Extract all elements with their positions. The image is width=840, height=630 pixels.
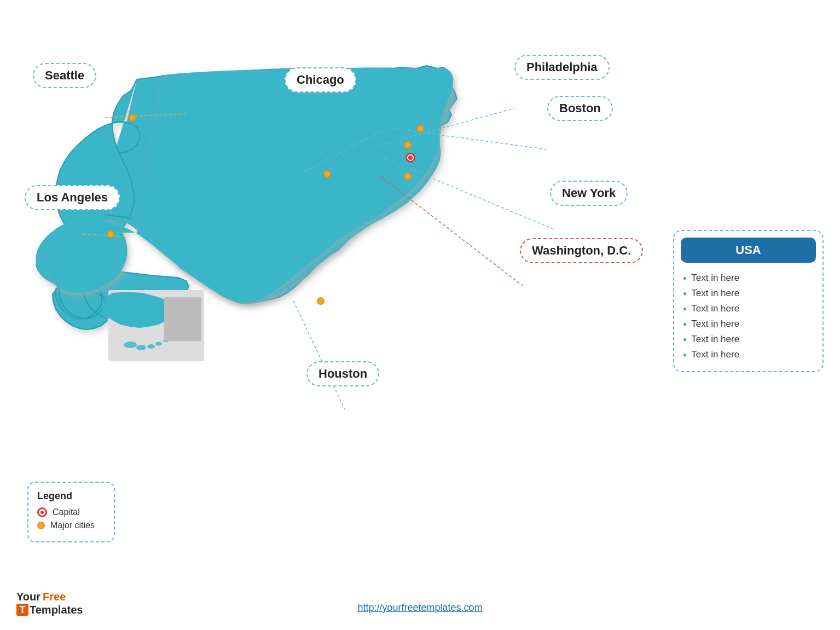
info-box: USA Text in here Text in here Text in he… bbox=[673, 230, 824, 372]
newyork-dot bbox=[405, 153, 415, 163]
info-item-4: Text in here bbox=[683, 316, 814, 332]
info-item-5: Text in here bbox=[683, 332, 814, 347]
svg-point-2 bbox=[136, 345, 146, 350]
legend-cities-label: Major cities bbox=[50, 521, 95, 530]
info-item-3: Text in here bbox=[683, 301, 814, 316]
legend-capital-icon bbox=[37, 507, 47, 517]
philadelphia-label: Philadelphia bbox=[514, 55, 610, 80]
seattle-dot bbox=[129, 114, 136, 122]
footer-link[interactable]: http://yourfreetemplates.com bbox=[357, 602, 482, 614]
new-york-label: New York bbox=[550, 181, 628, 206]
houston-dot bbox=[317, 297, 325, 305]
boston-label: Boston bbox=[547, 96, 613, 121]
washington-dot bbox=[404, 172, 412, 180]
chicago-dot bbox=[323, 170, 331, 178]
alaska-inset bbox=[101, 290, 204, 361]
logo-your: Your bbox=[16, 590, 40, 603]
washington-label: Washington, D.C. bbox=[520, 238, 643, 263]
philadelphia-dot bbox=[404, 141, 412, 149]
info-item-2: Text in here bbox=[683, 286, 814, 301]
legend-capital-label: Capital bbox=[53, 507, 80, 517]
chicago-label: Chicago bbox=[285, 67, 356, 93]
logo-templates: Templates bbox=[30, 603, 83, 616]
logo: Your Free T Templates bbox=[16, 590, 83, 616]
svg-rect-6 bbox=[164, 297, 201, 341]
logo-t-icon: T bbox=[16, 604, 28, 616]
los-angeles-label: Los Angeles bbox=[25, 185, 120, 210]
info-box-title: USA bbox=[681, 238, 816, 263]
svg-point-1 bbox=[124, 342, 137, 348]
map-container bbox=[27, 33, 520, 389]
legend-city-icon bbox=[37, 522, 45, 529]
houston-label: Houston bbox=[306, 361, 379, 386]
legend-cities-item: Major cities bbox=[37, 521, 103, 530]
logo-free: Free bbox=[43, 590, 66, 603]
svg-point-4 bbox=[155, 342, 162, 346]
seattle-label: Seattle bbox=[33, 63, 96, 88]
svg-point-3 bbox=[147, 344, 155, 349]
legend-title: Legend bbox=[37, 490, 103, 502]
losangeles-dot bbox=[107, 230, 114, 238]
boston-dot bbox=[416, 125, 424, 132]
info-box-list: Text in here Text in here Text in here T… bbox=[674, 268, 822, 371]
legend-box: Legend Capital Major cities bbox=[27, 482, 115, 542]
usa-map-svg bbox=[27, 33, 520, 389]
info-item-1: Text in here bbox=[683, 270, 814, 286]
info-item-6: Text in here bbox=[683, 347, 814, 362]
legend-capital-item: Capital bbox=[37, 507, 103, 517]
